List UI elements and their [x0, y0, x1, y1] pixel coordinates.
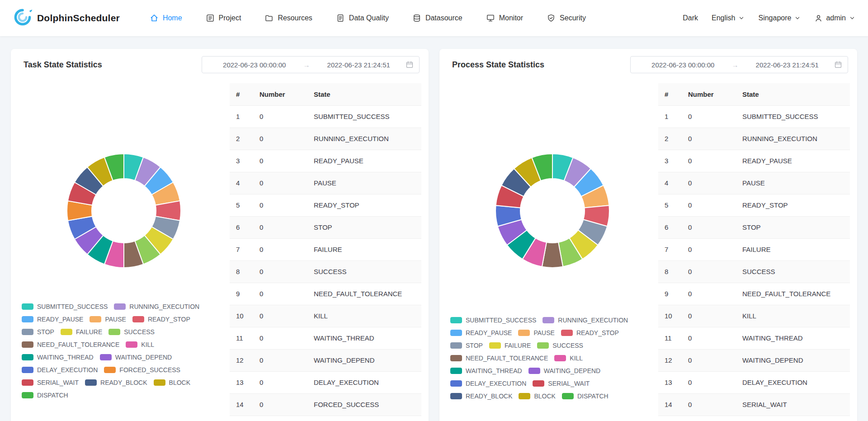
- legend-item[interactable]: WAITING_DEPEND: [100, 354, 172, 361]
- legend-item[interactable]: READY_PAUSE: [450, 329, 512, 336]
- user-menu[interactable]: admin: [814, 14, 855, 23]
- timezone-select[interactable]: Singapore: [758, 14, 801, 22]
- legend-label: SUCCESS: [552, 342, 583, 349]
- row-state: STOP: [736, 216, 850, 238]
- legend-item[interactable]: RUNNING_EXECUTION: [114, 303, 199, 310]
- nav-item-home[interactable]: Home: [150, 14, 182, 23]
- legend-item[interactable]: SUCCESS: [108, 328, 155, 336]
- card-title: Process State Statistics: [452, 60, 544, 70]
- legend-item[interactable]: KILL: [554, 355, 583, 362]
- brand[interactable]: DolphinScheduler: [13, 7, 120, 29]
- legend-item[interactable]: FORCED_SUCCESS: [104, 366, 180, 374]
- table-row: 20RUNNING_EXECUTION: [230, 128, 421, 150]
- row-index: 8: [658, 260, 682, 283]
- table-row: 130DELAY_EXECUTION: [658, 371, 850, 393]
- legend-item[interactable]: PAUSE: [90, 316, 126, 323]
- legend-swatch-icon: [114, 303, 126, 310]
- legend-item[interactable]: DELAY_EXECUTION: [450, 380, 526, 387]
- legend-label: WAITING_DEPEND: [544, 367, 601, 374]
- legend-label: KILL: [141, 341, 154, 348]
- row-state: PAUSE: [307, 172, 421, 194]
- nav-item-resources[interactable]: Resources: [264, 14, 312, 23]
- row-index: 6: [658, 216, 682, 238]
- datasource-icon: [412, 14, 421, 23]
- table-row: 110WAITING_THREAD: [658, 327, 850, 349]
- legend-item[interactable]: SUBMITTED_SUCCESS: [450, 317, 536, 324]
- legend-label: KILL: [570, 355, 583, 362]
- legend-item[interactable]: WAITING_DEPEND: [528, 367, 601, 374]
- legend-item[interactable]: READY_PAUSE: [22, 316, 83, 323]
- state-table-body: 10SUBMITTED_SUCCESS20RUNNING_EXECUTION30…: [658, 105, 850, 416]
- nav-item-data-quality[interactable]: Data Quality: [336, 14, 389, 23]
- row-number: 0: [682, 194, 736, 216]
- dashboard: Task State Statistics 2022-06-23 00:00:0…: [0, 36, 868, 421]
- legend-item[interactable]: RUNNING_EXECUTION: [542, 317, 628, 324]
- nav-item-monitor[interactable]: Monitor: [486, 14, 523, 23]
- row-number: 0: [682, 327, 736, 349]
- legend-item[interactable]: BLOCK: [519, 393, 555, 400]
- nav-item-datasource[interactable]: Datasource: [412, 14, 462, 23]
- row-number: 0: [253, 194, 307, 216]
- legend-item[interactable]: FAILURE: [489, 342, 531, 349]
- language-select[interactable]: English: [712, 14, 745, 22]
- date-start-input[interactable]: 2022-06-23 00:00:00: [636, 61, 730, 69]
- row-number: 0: [682, 128, 736, 150]
- legend-swatch-icon: [85, 379, 97, 386]
- legend-item[interactable]: NEED_FAULT_TOLERANCE: [450, 355, 548, 362]
- row-index: 7: [230, 238, 253, 260]
- table-row: 20RUNNING_EXECUTION: [658, 128, 850, 150]
- legend-item[interactable]: DISPATCH: [562, 393, 609, 400]
- legend-item[interactable]: SERIAL_WAIT: [22, 379, 79, 386]
- table-row: 80SUCCESS: [230, 260, 421, 283]
- row-number: 0: [253, 371, 307, 393]
- nav-item-project[interactable]: Project: [206, 14, 241, 23]
- legend-swatch-icon: [61, 329, 72, 335]
- column-header: #: [658, 83, 682, 105]
- table-row: 140SERIAL_WAIT: [658, 393, 850, 416]
- legend-swatch-icon: [450, 355, 462, 361]
- legend-item[interactable]: NEED_FAULT_TOLERANCE: [22, 341, 119, 348]
- date-end-input[interactable]: 2022-06-23 21:24:51: [312, 61, 406, 69]
- legend-item[interactable]: READY_BLOCK: [85, 379, 147, 386]
- legend-item[interactable]: READY_BLOCK: [450, 393, 512, 400]
- legend-item[interactable]: KILL: [126, 341, 154, 348]
- legend-swatch-icon: [489, 342, 501, 349]
- user-icon: [814, 14, 823, 23]
- legend-label: STOP: [37, 328, 54, 336]
- legend-item[interactable]: SERIAL_WAIT: [533, 380, 590, 387]
- legend-item[interactable]: STOP: [450, 342, 483, 349]
- nav-item-security[interactable]: Security: [547, 14, 586, 23]
- legend-item[interactable]: DISPATCH: [22, 392, 68, 399]
- legend-swatch-icon: [562, 393, 574, 399]
- row-index: 13: [658, 371, 682, 393]
- table-row: 120WAITING_DEPEND: [658, 349, 850, 371]
- chevron-down-icon: [738, 15, 745, 21]
- table-header-row: #NumberState: [658, 83, 850, 105]
- legend-item[interactable]: PAUSE: [518, 329, 554, 336]
- row-number: 0: [253, 238, 307, 260]
- legend-item[interactable]: DELAY_EXECUTION: [22, 366, 98, 374]
- legend-item[interactable]: BLOCK: [154, 379, 190, 386]
- date-range-picker[interactable]: 2022-06-23 00:00:00 → 2022-06-23 21:24:5…: [630, 56, 848, 73]
- row-index: 3: [230, 150, 253, 172]
- legend-item[interactable]: WAITING_THREAD: [450, 367, 522, 374]
- legend-item[interactable]: READY_STOP: [561, 329, 619, 336]
- row-number: 0: [253, 349, 307, 371]
- legend-item[interactable]: SUCCESS: [537, 342, 583, 349]
- theme-toggle-button[interactable]: Dark: [683, 14, 698, 22]
- row-state: SUCCESS: [307, 260, 421, 283]
- legend-item[interactable]: SUBMITTED_SUCCESS: [22, 303, 108, 310]
- legend-label: DISPATCH: [577, 393, 609, 400]
- date-start-input[interactable]: 2022-06-23 00:00:00: [208, 61, 302, 69]
- legend-item[interactable]: STOP: [22, 328, 54, 336]
- legend-swatch-icon: [22, 392, 33, 398]
- legend-item[interactable]: READY_STOP: [132, 316, 190, 323]
- date-end-input[interactable]: 2022-06-23 21:24:51: [741, 61, 835, 69]
- row-number: 0: [253, 128, 307, 150]
- legend-item[interactable]: WAITING_THREAD: [22, 354, 94, 361]
- legend-swatch-icon: [519, 393, 530, 399]
- row-state: READY_PAUSE: [736, 150, 850, 172]
- date-range-picker[interactable]: 2022-06-23 00:00:00 → 2022-06-23 21:24:5…: [202, 56, 420, 73]
- home-icon: [150, 14, 159, 23]
- legend-item[interactable]: FAILURE: [61, 328, 102, 336]
